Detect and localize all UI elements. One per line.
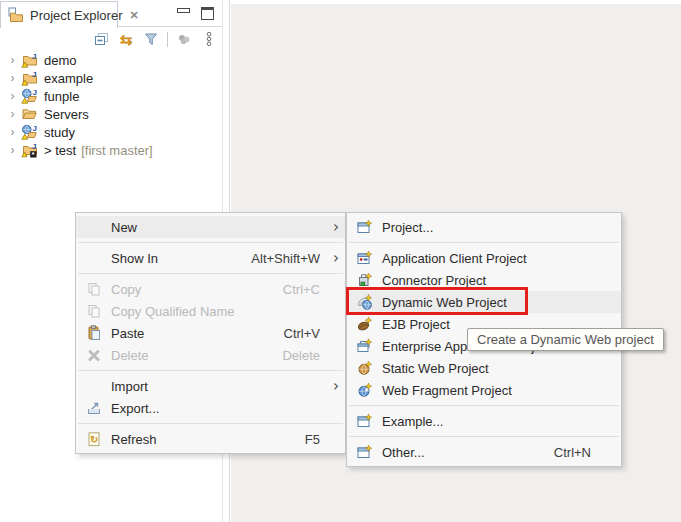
project-tree: › J demo › J example › (0, 51, 220, 159)
app-client-project-icon (357, 250, 373, 266)
svg-text:J: J (33, 124, 37, 133)
tree-item-example[interactable]: › J example (0, 69, 220, 87)
collapse-all-icon[interactable] (92, 30, 110, 48)
tree-item-label: example (44, 71, 93, 86)
view-menu-icon[interactable] (175, 30, 193, 48)
delete-icon (86, 347, 102, 363)
tooltip-text: Create a Dynamic Web project (477, 332, 654, 347)
new-project-icon (357, 219, 373, 235)
ejb-project-icon (357, 316, 373, 332)
tree-item-study[interactable]: › J study (0, 123, 220, 141)
close-icon[interactable]: ✕ (129, 9, 138, 22)
chevron-right-icon[interactable]: › (7, 54, 18, 66)
java-project-git-icon: J * (21, 142, 38, 158)
tab-title: Project Explorer (30, 8, 122, 23)
menu-item-example[interactable]: Example... (347, 410, 621, 432)
submenu-arrow-icon: › (326, 379, 339, 394)
export-icon (86, 400, 102, 416)
project-explorer-icon (8, 7, 24, 23)
minimize-button[interactable] (176, 7, 189, 20)
tree-item-test[interactable]: › J * > test [first master] (0, 141, 220, 159)
new-wizard-icon (357, 413, 373, 429)
tree-item-demo[interactable]: › J demo (0, 51, 220, 69)
menu-item-delete: Delete Delete (76, 344, 345, 366)
new-wizard-icon (357, 444, 373, 460)
svg-text:J: J (32, 70, 36, 79)
menu-separator (78, 370, 343, 371)
paste-icon (86, 325, 102, 341)
tooltip: Create a Dynamic Web project (467, 328, 664, 351)
java-project-warning-icon: J (21, 52, 38, 68)
java-project-warning-icon: J (21, 70, 38, 86)
copy-icon (86, 281, 102, 297)
menu-item-web-fragment-project[interactable]: Web Fragment Project (347, 379, 621, 401)
menu-separator (349, 405, 619, 406)
chevron-right-icon[interactable]: › (7, 144, 18, 156)
menu-item-new[interactable]: New › (76, 216, 345, 238)
submenu-arrow-icon: › (326, 220, 339, 235)
menu-item-import[interactable]: Import › (76, 375, 345, 397)
menu-item-other[interactable]: Other... Ctrl+N (347, 441, 621, 463)
web-project-warning-icon: J (21, 88, 38, 104)
tree-item-label: Servers (44, 107, 89, 122)
tree-item-servers[interactable]: › Servers (0, 105, 220, 123)
chevron-right-icon[interactable]: › (7, 72, 18, 84)
menu-item-application-client-project[interactable]: Application Client Project (347, 247, 621, 269)
svg-text:↻: ↻ (90, 434, 98, 445)
menu-item-static-web-project[interactable]: Static Web Project (347, 357, 621, 379)
menu-item-refresh[interactable]: ↻ Refresh F5 (76, 428, 345, 450)
menu-separator (78, 423, 343, 424)
enterprise-app-project-icon (357, 338, 373, 354)
link-with-editor-icon[interactable]: ⇆ (117, 30, 135, 48)
context-menu: New › Show In Alt+Shift+W › Copy Ctrl+C … (75, 212, 346, 454)
chevron-right-icon[interactable]: › (7, 108, 18, 120)
web-project-warning-icon: J (21, 124, 38, 140)
view-toolbar: ⇆ (0, 29, 218, 49)
folder-icon (21, 106, 38, 122)
menu-item-export[interactable]: Export... (76, 397, 345, 419)
tab-project-explorer[interactable]: Project Explorer ✕ (0, 1, 118, 28)
eclipse-window: { "colors": { "annotation_red": "#e41d1d… (0, 0, 681, 522)
maximize-button[interactable] (201, 7, 214, 20)
git-branch-decoration: [first master] (81, 143, 153, 158)
menu-item-copy-qualified-name: Copy Qualified Name (76, 300, 345, 322)
connector-project-icon (357, 272, 373, 288)
menu-item-paste[interactable]: Paste Ctrl+V (76, 322, 345, 344)
red-highlight-box (346, 287, 528, 315)
menu-separator (349, 436, 619, 437)
filter-icon[interactable] (142, 30, 160, 48)
tree-item-label: > test (44, 143, 76, 158)
menu-item-project[interactable]: Project... (347, 216, 621, 238)
submenu-arrow-icon: › (326, 251, 339, 266)
tree-item-label: study (44, 125, 75, 140)
menu-item-copy: Copy Ctrl+C (76, 278, 345, 300)
menu-separator (349, 242, 619, 243)
menu-item-show-in[interactable]: Show In Alt+Shift+W › (76, 247, 345, 269)
svg-text:J: J (33, 88, 37, 97)
menu-separator (78, 273, 343, 274)
menu-separator (78, 242, 343, 243)
refresh-icon: ↻ (86, 431, 102, 447)
static-web-project-icon (357, 360, 373, 376)
svg-text:J: J (32, 52, 36, 61)
toolbar-separator (167, 32, 168, 47)
copy-icon (86, 303, 102, 319)
chevron-right-icon[interactable]: › (7, 90, 18, 102)
overflow-menu-icon[interactable] (200, 30, 218, 48)
web-fragment-project-icon (357, 382, 373, 398)
tree-item-funple[interactable]: › J funple (0, 87, 220, 105)
tree-item-label: funple (44, 89, 79, 104)
tree-item-label: demo (44, 53, 77, 68)
chevron-right-icon[interactable]: › (7, 126, 18, 138)
